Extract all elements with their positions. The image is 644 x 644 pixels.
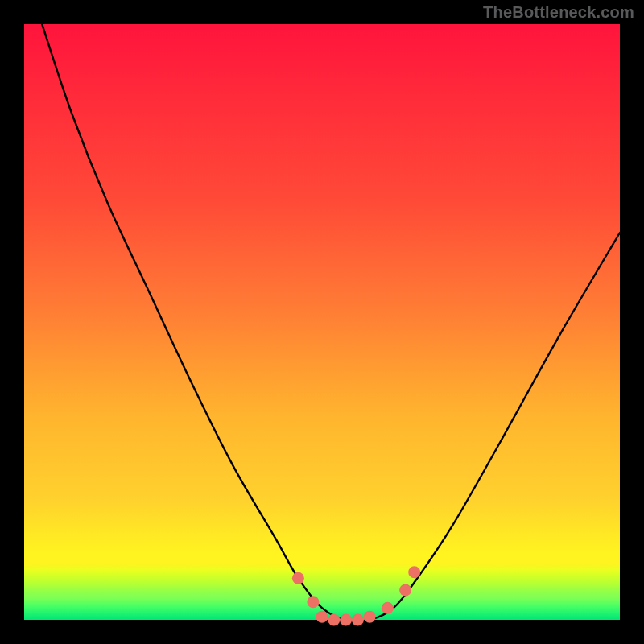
curve-marker (328, 614, 340, 626)
curve-marker (399, 584, 411, 597)
curve-marker (340, 614, 352, 626)
curve-marker (316, 611, 328, 623)
curve-marker (382, 602, 394, 614)
curve-marker (292, 572, 304, 584)
bottleneck-chart (0, 0, 644, 644)
curve-marker (364, 611, 376, 623)
curve-marker (408, 566, 420, 578)
heat-background (24, 24, 620, 620)
chart-frame: TheBottleneck.com (0, 0, 644, 644)
curve-marker (352, 614, 364, 626)
curve-marker (307, 596, 319, 608)
attribution-watermark: TheBottleneck.com (483, 3, 634, 22)
